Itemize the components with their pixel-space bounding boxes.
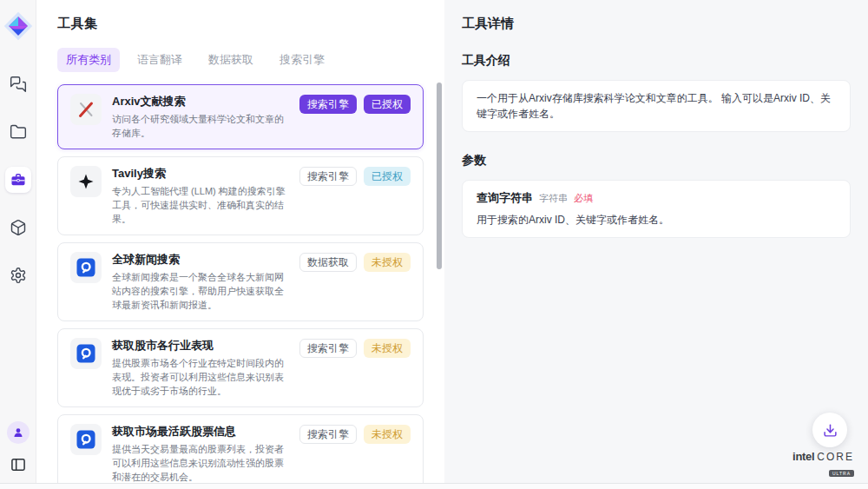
sparkle-icon — [70, 166, 102, 197]
category-tab-2[interactable]: 数据获取 — [200, 48, 262, 72]
tool-card[interactable]: 全球新闻搜索 全球新闻搜索是一个聚合全球各大新闻网站内容的搜索引擎，帮助用户快速… — [57, 242, 424, 321]
bottom-divider — [0, 483, 868, 489]
panel-toggle-icon[interactable] — [8, 454, 29, 475]
tool-card[interactable]: Tavily搜索 专为人工智能代理 (LLM) 构建的搜索引擎工具，可快速提供实… — [57, 156, 424, 235]
tool-description: 提供股票市场各个行业在特定时间段内的表现。投资者可以利用这些信息来识别表现优于或… — [112, 356, 289, 398]
tool-name: Arxiv文献搜索 — [112, 94, 289, 109]
folder-icon[interactable] — [5, 119, 31, 145]
arxiv-icon — [70, 94, 102, 125]
tool-description: 专为人工智能代理 (LLM) 构建的搜索引擎工具，可快速提供实时、准确和真实的结… — [112, 184, 289, 226]
auth-status-badge: 未授权 — [364, 253, 411, 272]
page-title: 工具集 — [57, 16, 424, 32]
toolbox-icon[interactable] — [5, 167, 31, 193]
param-name: 查询字符串 — [477, 190, 533, 206]
sidebar-bottom — [7, 421, 30, 475]
auth-status-badge: 已授权 — [364, 167, 411, 186]
category-tab-0[interactable]: 所有类别 — [57, 48, 120, 72]
param-type: 字符串 — [539, 190, 568, 206]
category-badge: 搜索引擎 — [299, 425, 357, 444]
newsq-icon — [70, 424, 102, 455]
sidebar-nav — [5, 71, 31, 288]
user-avatar[interactable] — [7, 421, 30, 444]
tool-card[interactable]: Arxiv文献搜索 访问各个研究领域大量科学论文和文章的存储库。 搜索引擎 已授… — [57, 84, 424, 149]
toolset-panel: 工具集 所有类别语言翻译数据获取搜索引擎 Arxiv文献搜索 访问各个研究领域大… — [36, 0, 444, 489]
tool-description: 全球新闻搜索是一个聚合全球各大新闻网站内容的搜索引擎，帮助用户快速获取全球最新资… — [112, 270, 289, 312]
app-window: 工具集 所有类别语言翻译数据获取搜索引擎 Arxiv文献搜索 访问各个研究领域大… — [0, 0, 868, 489]
core-wordmark: core — [817, 451, 854, 463]
param-meta: 查询字符串 字符串 必填 — [477, 190, 836, 206]
category-badge: 搜索引擎 — [299, 339, 357, 358]
intro-card: 一个用于从Arxiv存储库搜索科学论文和文章的工具。 输入可以是Arxiv ID… — [462, 80, 851, 132]
chat-icon[interactable] — [5, 71, 31, 97]
details-title: 工具详情 — [462, 16, 851, 32]
category-tabs: 所有类别语言翻译数据获取搜索引擎 — [57, 48, 424, 72]
param-card: 查询字符串 字符串 必填 用于搜索的Arxiv ID、关键字或作者姓名。 — [462, 180, 851, 238]
tool-badges: 搜索引擎 已授权 — [299, 167, 411, 186]
scrollbar-thumb[interactable] — [437, 83, 442, 269]
intel-core-logo: intel core ultra — [792, 450, 854, 479]
app-logo-icon — [3, 10, 34, 42]
auth-status-badge: 已授权 — [364, 95, 411, 114]
intro-heading: 工具介绍 — [462, 53, 851, 69]
tool-badges: 搜索引擎 未授权 — [299, 425, 411, 444]
download-button[interactable] — [812, 413, 847, 447]
tool-card[interactable]: 获取市场最活跃股票信息 提供当天交易量最高的股票列表，投资者可以利用这些信息来识… — [57, 414, 424, 489]
tool-name: 获取股市各行业表现 — [112, 338, 289, 354]
tool-description: 提供当天交易量最高的股票列表，投资者可以利用这些信息来识别流动性强的股票和潜在的… — [112, 442, 289, 484]
sidebar — [0, 0, 36, 489]
settings-gear-icon[interactable] — [5, 262, 31, 288]
tool-name: 获取市场最活跃股票信息 — [112, 424, 289, 439]
tool-details-panel: 工具详情 工具介绍 一个用于从Arxiv存储库搜索科学论文和文章的工具。 输入可… — [444, 0, 868, 489]
param-desc: 用于搜索的Arxiv ID、关键字或作者姓名。 — [477, 212, 836, 228]
params-heading: 参数 — [462, 153, 851, 169]
auth-status-badge: 未授权 — [364, 339, 411, 358]
tool-badges: 数据获取 未授权 — [299, 253, 411, 272]
param-required-badge: 必填 — [574, 190, 593, 206]
auth-status-badge: 未授权 — [364, 425, 411, 444]
tool-name: 全球新闻搜索 — [112, 252, 289, 268]
intel-wordmark: intel — [792, 450, 814, 463]
ultra-badge: ultra — [829, 470, 854, 477]
cube-icon[interactable] — [5, 215, 31, 241]
intro-text: 一个用于从Arxiv存储库搜索科学论文和文章的工具。 输入可以是Arxiv ID… — [477, 92, 831, 120]
tool-badges: 搜索引擎 未授权 — [299, 339, 411, 358]
category-badge: 搜索引擎 — [299, 95, 357, 114]
category-badge: 搜索引擎 — [299, 167, 357, 186]
newsq-icon — [70, 252, 102, 283]
tool-card[interactable]: 获取股市各行业表现 提供股票市场各个行业在特定时间段内的表现。投资者可以利用这些… — [57, 328, 424, 407]
tool-name: Tavily搜索 — [112, 166, 289, 182]
category-badge: 数据获取 — [299, 253, 357, 272]
category-tab-3[interactable]: 搜索引擎 — [271, 48, 333, 72]
tool-list: Arxiv文献搜索 访问各个研究领域大量科学论文和文章的存储库。 搜索引擎 已授… — [57, 84, 424, 489]
newsq-icon — [70, 338, 102, 369]
category-tab-1[interactable]: 语言翻译 — [128, 48, 191, 72]
tool-description: 访问各个研究领域大量科学论文和文章的存储库。 — [112, 112, 289, 140]
tool-badges: 搜索引擎 已授权 — [299, 95, 411, 114]
